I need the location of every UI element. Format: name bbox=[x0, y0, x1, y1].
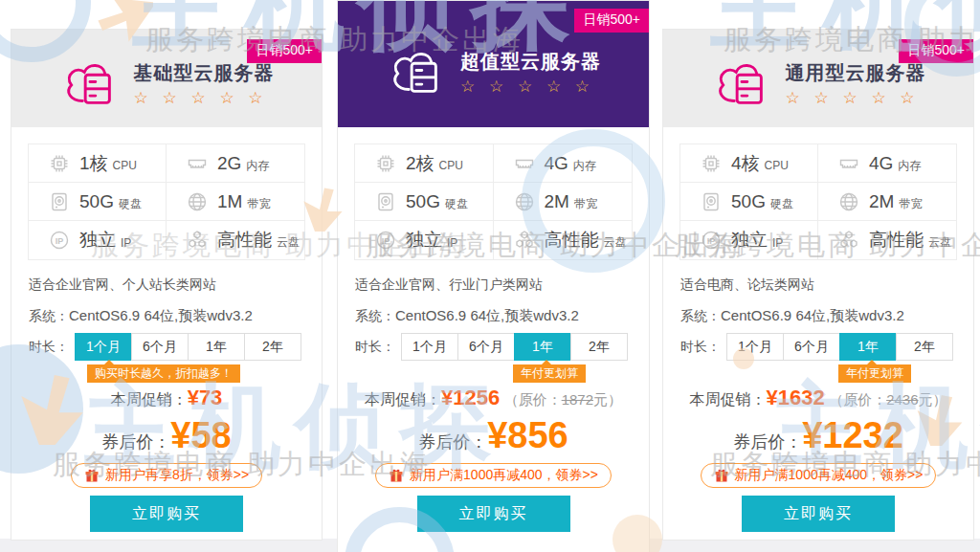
duration-segments: 1个月 6个月 1年 2年 年付更划算 bbox=[726, 333, 953, 361]
duration-row: 时长： 1个月 6个月 1年 2年 年付更划算 bbox=[680, 333, 973, 361]
cloud-server-icon bbox=[711, 58, 772, 108]
duration-option-1month[interactable]: 1个月 bbox=[726, 333, 784, 361]
duration-option-1year[interactable]: 1年 bbox=[514, 333, 571, 361]
coupon-price: ¥1232 bbox=[802, 415, 903, 455]
spec-value: 高性能 bbox=[217, 228, 272, 253]
spec-unit: 云盘 bbox=[604, 230, 627, 251]
coupon-price-row: 券后价：¥58 bbox=[11, 416, 322, 461]
plan-card-basic: 日销500+ 基础型云服务器 ☆ ☆ ☆ ☆ ☆ 1核CPU bbox=[11, 29, 323, 541]
duration-label: 时长： bbox=[680, 339, 721, 356]
spec-cpu: 4核CPU bbox=[680, 144, 818, 183]
plan-header: 日销500+ 基础型云服务器 ☆ ☆ ☆ ☆ ☆ bbox=[11, 30, 322, 127]
spec-unit: 硬盘 bbox=[119, 191, 142, 212]
coupon-price-label: 券后价： bbox=[418, 432, 487, 452]
rating-stars: ☆ ☆ ☆ ☆ ☆ bbox=[460, 78, 601, 95]
cpu-icon bbox=[700, 152, 723, 175]
duration-option-6month[interactable]: 6个月 bbox=[783, 333, 840, 361]
spec-memory: 2G内存 bbox=[167, 144, 304, 183]
spec-value: 4G bbox=[545, 153, 568, 174]
plan-description: 适合企业官网、个人站长类网站 bbox=[29, 275, 322, 294]
pricing-page: 日销500+ 基础型云服务器 ☆ ☆ ☆ ☆ ☆ 1核CPU bbox=[0, 0, 980, 552]
duration-option-6month[interactable]: 6个月 bbox=[131, 333, 189, 361]
coupon-link[interactable]: 新用户满1000再减400，领券>> bbox=[701, 463, 937, 488]
duration-option-1month[interactable]: 1个月 bbox=[75, 333, 132, 361]
duration-option-1month[interactable]: 1个月 bbox=[401, 333, 458, 361]
duration-row: 时长： 1个月 6个月 1年 2年 购买时长越久，折扣越多！ bbox=[29, 333, 322, 361]
spec-bandwidth: 1M带宽 bbox=[167, 183, 304, 221]
spec-unit: 云盘 bbox=[277, 230, 300, 251]
system-row: 系统：CentOS6.9 64位,预装wdv3.2 bbox=[680, 306, 973, 325]
spec-bandwidth: 2M带宽 bbox=[818, 183, 956, 221]
duration-option-1year[interactable]: 1年 bbox=[188, 333, 245, 361]
disk-icon bbox=[48, 190, 71, 213]
gift-icon bbox=[714, 468, 729, 483]
bandwidth-icon bbox=[186, 190, 209, 213]
promo-price: ¥1256 bbox=[441, 386, 500, 409]
bandwidth-icon bbox=[837, 190, 860, 213]
spec-memory: 4G内存 bbox=[818, 144, 956, 183]
spec-unit: IP bbox=[121, 232, 131, 250]
duration-option-2year[interactable]: 2年 bbox=[570, 333, 628, 361]
duration-segments: 1个月 6个月 1年 2年 年付更划算 bbox=[401, 333, 628, 361]
plan-description: 适合电商、论坛类网站 bbox=[680, 275, 973, 294]
spec-value: 1M bbox=[217, 191, 242, 212]
spec-value: 50G bbox=[406, 191, 440, 212]
spec-unit: CPU bbox=[113, 154, 137, 172]
coupon-link[interactable]: 新用户再享8折，领券>> bbox=[71, 463, 262, 488]
memory-icon bbox=[186, 152, 209, 175]
cpu-icon bbox=[374, 152, 397, 175]
memory-icon bbox=[837, 152, 860, 175]
original-price: （原价：1872元） bbox=[504, 391, 622, 408]
cpu-icon bbox=[48, 152, 71, 175]
rating-stars: ☆ ☆ ☆ ☆ ☆ bbox=[134, 90, 275, 106]
rating-stars: ☆ ☆ ☆ ☆ ☆ bbox=[786, 90, 926, 106]
coupon-text: 新用户再享8折，领券>> bbox=[105, 467, 249, 484]
buy-now-button[interactable]: 立即购买 bbox=[742, 496, 895, 532]
gift-icon bbox=[389, 468, 404, 483]
cloud-server-icon bbox=[59, 58, 121, 108]
buy-now-button[interactable]: 立即购买 bbox=[90, 496, 243, 532]
duration-option-2year[interactable]: 2年 bbox=[244, 333, 301, 361]
system-label: 系统： bbox=[680, 308, 721, 323]
spec-value: 50G bbox=[79, 191, 114, 212]
spec-unit: 内存 bbox=[573, 153, 596, 174]
spec-table: 2核CPU 4G内存 50G硬盘 2M带宽 独立IP 高性能云盘 bbox=[354, 144, 633, 260]
buy-now-button[interactable]: 立即购买 bbox=[417, 496, 570, 532]
promo-label: 本周促销： bbox=[689, 391, 766, 408]
spec-ip: 独立IP bbox=[29, 221, 167, 259]
coupon-price-row: 券后价：¥1232 bbox=[663, 416, 973, 461]
daily-sales-badge: 日销500+ bbox=[899, 39, 973, 63]
plan-title: 通用型云服务器 bbox=[786, 60, 926, 86]
duration-tooltip: 年付更划算 bbox=[838, 364, 911, 383]
coupon-price: ¥856 bbox=[487, 415, 568, 455]
spec-value: 高性能 bbox=[545, 228, 599, 253]
spec-table: 1核CPU 2G内存 50G硬盘 1M带宽 独立IP 高性能云盘 bbox=[28, 144, 305, 260]
cloud-disk-icon bbox=[837, 229, 860, 252]
spec-value: 2M bbox=[545, 191, 569, 212]
duration-option-1year[interactable]: 1年 bbox=[839, 333, 897, 361]
cloud-disk-icon bbox=[186, 229, 209, 252]
coupon-link[interactable]: 新用户满1000再减400，领券>> bbox=[375, 463, 612, 488]
spec-unit: CPU bbox=[439, 154, 463, 172]
original-price: （原价：2436元） bbox=[829, 391, 947, 408]
spec-value: 高性能 bbox=[869, 228, 924, 253]
coupon-price: ¥58 bbox=[170, 415, 231, 455]
plan-title: 超值型云服务器 bbox=[460, 49, 601, 75]
spec-unit: 硬盘 bbox=[445, 191, 468, 212]
promo-row: 本周促销：¥1256 （原价：1872元） bbox=[338, 386, 649, 412]
system-value: CentOS6.9 64位,预装wdv3.2 bbox=[721, 307, 904, 323]
promo-label: 本周促销： bbox=[111, 391, 188, 408]
ip-icon bbox=[700, 229, 723, 252]
spec-unit: 硬盘 bbox=[770, 191, 793, 212]
spec-table: 4核CPU 4G内存 50G硬盘 2M带宽 独立IP 高性能云盘 bbox=[679, 144, 957, 260]
spec-unit: 内存 bbox=[246, 153, 269, 174]
plan-header: 日销500+ 超值型云服务器 ☆ ☆ ☆ ☆ ☆ bbox=[338, 1, 649, 127]
duration-label: 时长： bbox=[355, 339, 395, 356]
disk-icon bbox=[374, 190, 397, 213]
duration-option-2year[interactable]: 2年 bbox=[896, 333, 953, 361]
duration-option-6month[interactable]: 6个月 bbox=[457, 333, 515, 361]
system-label: 系统： bbox=[355, 308, 395, 323]
spec-value: 独立 bbox=[731, 228, 768, 253]
spec-unit: 带宽 bbox=[574, 191, 597, 212]
spec-value: 4核 bbox=[731, 151, 760, 176]
